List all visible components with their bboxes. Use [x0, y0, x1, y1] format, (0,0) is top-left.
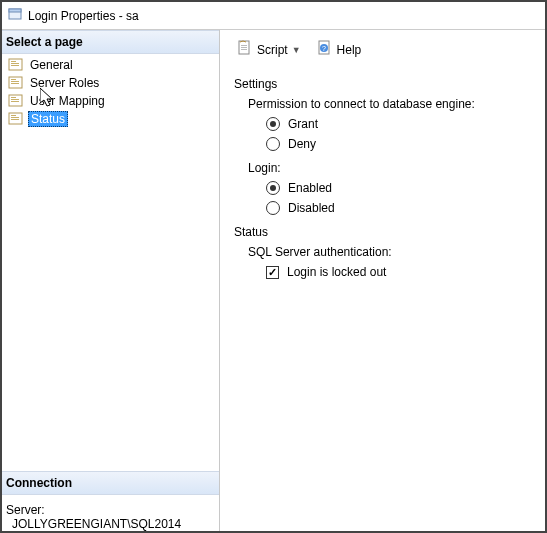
radio-icon	[266, 181, 280, 195]
radio-icon	[266, 201, 280, 215]
sidebar-item-label: Status	[28, 111, 68, 127]
server-value: JOLLYGREENGIANT\SQL2014	[6, 517, 215, 531]
sidebar: Select a page General Server Roles User …	[2, 30, 220, 531]
window-icon	[8, 7, 22, 24]
radio-label: Deny	[288, 137, 316, 151]
page-icon	[8, 75, 24, 91]
page-icon	[8, 57, 24, 73]
svg-rect-15	[11, 115, 16, 116]
sidebar-item-server-roles[interactable]: Server Roles	[6, 74, 219, 92]
help-icon: ?	[317, 40, 333, 59]
svg-rect-13	[11, 101, 19, 102]
radio-enabled[interactable]: Enabled	[266, 181, 535, 195]
svg-rect-1	[9, 9, 21, 12]
sql-auth-label: SQL Server authentication:	[248, 245, 535, 259]
svg-rect-7	[11, 79, 16, 80]
svg-rect-16	[11, 117, 19, 118]
svg-rect-11	[11, 97, 16, 98]
checkbox-label: Login is locked out	[287, 265, 386, 279]
radio-label: Enabled	[288, 181, 332, 195]
radio-label: Disabled	[288, 201, 335, 215]
server-label: Server:	[6, 503, 215, 517]
permission-label: Permission to connect to database engine…	[248, 97, 535, 111]
svg-rect-14	[9, 113, 22, 124]
titlebar: Login Properties - sa	[2, 2, 545, 30]
sidebar-item-label: General	[28, 58, 75, 72]
help-label: Help	[337, 43, 362, 57]
locked-out-checkbox[interactable]: Login is locked out	[266, 265, 535, 279]
chevron-down-icon[interactable]: ▼	[292, 45, 301, 55]
sidebar-item-status[interactable]: Status	[6, 110, 219, 128]
checkbox-icon	[266, 266, 279, 279]
radio-label: Grant	[288, 117, 318, 131]
svg-rect-3	[11, 61, 16, 62]
login-label: Login:	[248, 161, 535, 175]
svg-rect-6	[9, 77, 22, 88]
settings-group-label: Settings	[234, 77, 535, 91]
svg-text:?: ?	[322, 45, 326, 52]
svg-rect-22	[241, 49, 247, 50]
svg-rect-17	[11, 119, 19, 120]
radio-deny[interactable]: Deny	[266, 137, 535, 151]
login-subgroup: Login: Enabled Disabled	[248, 161, 535, 215]
select-page-header: Select a page	[2, 30, 219, 54]
sidebar-item-general[interactable]: General	[6, 56, 219, 74]
script-label: Script	[257, 43, 288, 57]
svg-rect-10	[9, 95, 22, 106]
svg-rect-2	[9, 59, 22, 70]
page-icon	[8, 111, 24, 127]
content-pane: Script ▼ ? Help Settings Permission to c…	[220, 30, 545, 531]
sidebar-item-user-mapping[interactable]: User Mapping	[6, 92, 219, 110]
page-nav-list: General Server Roles User Mapping Status	[2, 54, 219, 132]
radio-grant[interactable]: Grant	[266, 117, 535, 131]
radio-icon	[266, 117, 280, 131]
svg-rect-8	[11, 81, 19, 82]
script-icon	[237, 40, 253, 59]
help-button[interactable]: ? Help	[310, 36, 369, 63]
sql-auth-subgroup: SQL Server authentication: Login is lock…	[248, 245, 535, 279]
svg-rect-20	[241, 45, 247, 46]
radio-disabled[interactable]: Disabled	[266, 201, 535, 215]
script-button[interactable]: Script ▼	[230, 36, 308, 63]
connection-header: Connection	[2, 471, 219, 495]
sidebar-item-label: User Mapping	[28, 94, 107, 108]
svg-rect-9	[11, 83, 19, 84]
svg-rect-5	[11, 65, 19, 66]
svg-rect-4	[11, 63, 19, 64]
connection-block: Server: JOLLYGREENGIANT\SQL2014	[2, 495, 219, 531]
permission-subgroup: Permission to connect to database engine…	[248, 97, 535, 151]
radio-icon	[266, 137, 280, 151]
status-group-label: Status	[234, 225, 535, 239]
window-title: Login Properties - sa	[28, 9, 139, 23]
svg-rect-21	[241, 47, 247, 48]
svg-rect-12	[11, 99, 19, 100]
sidebar-item-label: Server Roles	[28, 76, 101, 90]
content-toolbar: Script ▼ ? Help	[230, 36, 535, 63]
page-icon	[8, 93, 24, 109]
